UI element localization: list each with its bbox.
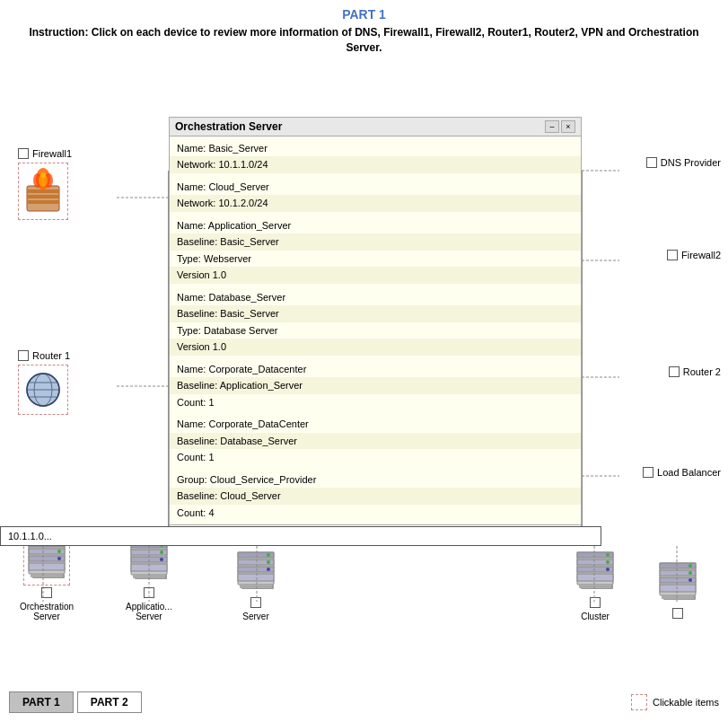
- svg-point-74: [689, 571, 692, 575]
- svg-rect-67: [579, 584, 611, 588]
- loadbalancer-label: Load Balancer: [657, 467, 721, 478]
- svg-point-21: [40, 172, 46, 178]
- diagram-area: Firewall1 Router 1: [0, 63, 728, 674]
- network-bar: 10.1.1.0...: [0, 526, 601, 546]
- row-cloud-server-network: Network: 10.1.2.0/24: [170, 195, 581, 212]
- firewall1-checkbox[interactable]: [18, 148, 29, 159]
- loadbalancer-device[interactable]: Load Balancer: [643, 467, 721, 478]
- network-ip: 10.1.1.0...: [8, 531, 52, 542]
- firewall2-label: Firewall2: [681, 250, 721, 260]
- app-bottom-checkbox[interactable]: [144, 587, 154, 598]
- row-cloud-server-name: Name: Cloud_Server: [170, 179, 581, 196]
- popup-content: Name: Basic_Server Network: 10.1.1.0/24 …: [170, 136, 581, 525]
- svg-rect-37: [31, 573, 63, 577]
- svg-point-34: [57, 550, 61, 553]
- row-app-server-version: Version 1.0: [170, 267, 581, 284]
- router2-checkbox[interactable]: [669, 366, 680, 377]
- row-db-server-baseline: Baseline: Basic_Server: [170, 305, 581, 322]
- bottom-rightserver-device[interactable]: [655, 555, 700, 621]
- dns-checkbox[interactable]: [646, 157, 657, 168]
- row-corp-dc-count: Count: 1: [170, 394, 581, 411]
- orch-bottom-label: OrchestrationServer: [20, 602, 74, 621]
- svg-rect-16: [27, 200, 59, 204]
- row-db-server-version: Version 1.0: [170, 339, 581, 356]
- cluster-checkbox[interactable]: [590, 597, 601, 608]
- svg-rect-14: [27, 189, 59, 193]
- svg-rect-42: [131, 564, 167, 571]
- router2-label: Router 2: [683, 366, 721, 377]
- row-app-server-baseline: Baseline: Basic_Server: [170, 233, 581, 251]
- router1-icon[interactable]: [18, 365, 68, 415]
- bottom-cluster-device[interactable]: Cluster: [573, 544, 618, 621]
- row-corp-datacenter-name: Name: Corporate_DataCenter: [170, 416, 581, 433]
- app-bottom-label: Applicatio...Server: [126, 602, 172, 621]
- row-app-server-name: Name: Application_Server: [170, 217, 581, 234]
- loadbalancer-checkbox[interactable]: [643, 467, 653, 478]
- svg-point-35: [57, 557, 61, 560]
- orchestration-popup[interactable]: Orchestration Server – × Name: Basic_Ser…: [169, 117, 582, 526]
- clickable-box-icon: [631, 694, 647, 710]
- router1-device[interactable]: Router 1: [18, 350, 70, 415]
- firewall1-icon[interactable]: [18, 163, 68, 220]
- header: PART 1 Instruction: Click on each device…: [0, 0, 728, 59]
- svg-point-75: [689, 578, 692, 582]
- rightserver-checkbox[interactable]: [672, 608, 683, 619]
- firewall2-checkbox[interactable]: [667, 250, 678, 260]
- row-db-server-name: Name: Database_Server: [170, 289, 581, 306]
- svg-point-63: [606, 553, 610, 557]
- popup-controls[interactable]: – ×: [545, 120, 575, 133]
- row-cloud-group: Group: Cloud_Service_Provider: [170, 471, 581, 489]
- row-basic-server-network: Network: 10.1.1.0/24: [170, 156, 581, 173]
- row-corp-datacenter-baseline: Baseline: Database_Server: [170, 433, 581, 450]
- bottom-server-device[interactable]: Server: [233, 544, 278, 621]
- popup-title: Orchestration Server: [175, 120, 282, 133]
- dns-device[interactable]: DNS Provider: [646, 157, 721, 168]
- clickable-legend: Clickable items: [631, 694, 719, 710]
- tab-part1[interactable]: PART 1: [9, 691, 74, 713]
- row-cloud-baseline: Baseline: Cloud_Server: [170, 488, 581, 505]
- svg-point-64: [606, 560, 610, 564]
- server-bottom-checkbox[interactable]: [250, 597, 261, 608]
- footer: PART 1 PART 2 Clickable items: [0, 691, 728, 713]
- svg-rect-57: [240, 584, 272, 588]
- row-basic-server-name: Name: Basic_Server: [170, 140, 581, 157]
- firewall1-device[interactable]: Firewall1: [18, 148, 72, 220]
- svg-point-73: [689, 564, 692, 568]
- svg-point-53: [267, 553, 270, 557]
- row-db-server-type: Type: Database Server: [170, 322, 581, 339]
- svg-point-65: [606, 568, 610, 571]
- orch-bottom-checkbox[interactable]: [41, 587, 52, 598]
- svg-rect-52: [238, 574, 274, 581]
- bottom-app-device[interactable]: Applicatio...Server: [126, 534, 172, 621]
- row-corp-dc-name: Name: Corporate_Datacenter: [170, 361, 581, 378]
- router1-label: Router 1: [32, 350, 70, 361]
- router1-checkbox[interactable]: [18, 350, 29, 361]
- svg-point-45: [160, 558, 163, 561]
- page-title: PART 1: [18, 7, 710, 22]
- row-app-server-type: Type: Webserver: [170, 251, 581, 268]
- svg-point-54: [267, 560, 270, 564]
- svg-point-44: [160, 550, 163, 554]
- router2-device[interactable]: Router 2: [669, 366, 721, 377]
- instruction-text: Instruction: Click on each device to rev…: [18, 25, 710, 56]
- dns-label: DNS Provider: [661, 157, 721, 168]
- firewall2-device[interactable]: Firewall2: [667, 250, 721, 260]
- minimize-button[interactable]: –: [545, 120, 559, 133]
- firewall1-label: Firewall1: [32, 148, 72, 159]
- tab-part2[interactable]: PART 2: [77, 691, 142, 713]
- svg-rect-72: [660, 585, 696, 592]
- close-button[interactable]: ×: [561, 120, 575, 133]
- row-cloud-count: Count: 4: [170, 505, 581, 522]
- cluster-label: Cluster: [581, 612, 610, 621]
- clickable-items-label: Clickable items: [653, 697, 719, 708]
- row-corp-dc-baseline: Baseline: Application_Server: [170, 377, 581, 394]
- svg-rect-32: [29, 563, 65, 570]
- popup-titlebar: Orchestration Server – ×: [170, 118, 581, 136]
- svg-rect-47: [133, 574, 165, 578]
- svg-rect-62: [577, 574, 613, 581]
- svg-rect-77: [662, 594, 694, 599]
- svg-point-55: [267, 568, 270, 571]
- server-bottom-label: Server: [242, 612, 268, 621]
- row-corp-datacenter-count: Count: 1: [170, 449, 581, 466]
- svg-rect-15: [27, 195, 59, 198]
